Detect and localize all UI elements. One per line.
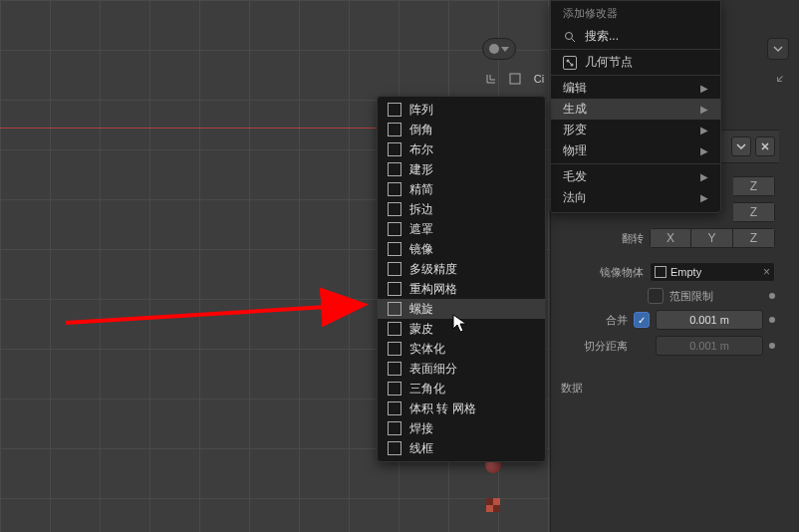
modifier-icon (388, 342, 401, 356)
range-limit-checkbox[interactable] (648, 288, 664, 304)
generate-item-12[interactable]: 实体化 (378, 339, 545, 359)
remove-modifier-button[interactable] (755, 136, 775, 156)
menu-separator (551, 49, 720, 50)
merge-label: 合并 (606, 313, 628, 328)
add-modifier-menu: 添加修改器 搜索... 几何节点 编辑 ▶ 生成 ▶ 形变 ▶ 物理 ▶ 毛 (550, 0, 721, 213)
menu-generate-label: 生成 (563, 101, 587, 118)
modifier-icon (388, 182, 401, 196)
cut-label: 切分距离 (584, 339, 628, 354)
modifier-icon (388, 142, 401, 156)
mirror-object-value: Empty (670, 266, 759, 278)
clear-object-button[interactable]: × (763, 265, 770, 279)
range-limit-row: 范围限制 (551, 285, 779, 307)
mirror-object-field[interactable]: Empty × (650, 262, 775, 282)
chevron-down-icon (501, 47, 509, 52)
search-icon (563, 30, 577, 44)
menu-edit[interactable]: 编辑 ▶ (551, 78, 720, 99)
axis-z-button-2[interactable]: Z (733, 202, 775, 222)
generate-item-17[interactable]: 线框 (378, 438, 545, 458)
modifier-icon (388, 262, 401, 276)
panel-dropdown-button[interactable] (767, 38, 789, 60)
property-dot-icon[interactable] (769, 343, 775, 349)
generate-item-16[interactable]: 焊接 (378, 418, 545, 438)
generate-item-4[interactable]: 精简 (378, 179, 545, 199)
range-limit-label: 范围限制 (669, 289, 763, 304)
generate-item-label: 镜像 (409, 241, 433, 258)
menu-separator (551, 75, 720, 76)
modifier-icon (388, 162, 401, 176)
menu-geometry-nodes[interactable]: 几何节点 (551, 52, 720, 73)
shading-mode-dropdown[interactable] (482, 38, 516, 60)
menu-hair[interactable]: 毛发 ▶ (551, 166, 720, 187)
generate-item-15[interactable]: 体积 转 网格 (378, 399, 545, 418)
generate-item-10[interactable]: 螺旋 (378, 299, 545, 319)
generate-item-8[interactable]: 多级精度 (378, 259, 545, 279)
modifier-icon (388, 202, 401, 216)
overlay-checker-icon[interactable] (482, 494, 504, 516)
modifier-icon (388, 242, 401, 256)
property-dot-icon[interactable] (769, 317, 775, 323)
chevron-right-icon: ▶ (700, 145, 708, 156)
chevron-right-icon: ▶ (700, 125, 708, 135)
generate-item-14[interactable]: 三角化 (378, 379, 545, 399)
generate-item-label: 三角化 (409, 381, 445, 398)
merge-checkbox[interactable] (634, 312, 650, 328)
empty-icon (655, 266, 666, 278)
svg-line-5 (568, 61, 572, 65)
generate-item-label: 蒙皮 (409, 321, 433, 338)
menu-normals-label: 法向 (563, 189, 587, 206)
generate-item-label: 螺旋 (409, 301, 433, 318)
generate-item-label: 线框 (409, 440, 433, 457)
generate-item-label: 表面细分 (409, 361, 457, 378)
data-section-header: 数据 (551, 377, 779, 399)
axis-x-line (0, 128, 379, 129)
generate-item-6[interactable]: 遮罩 (378, 219, 545, 239)
menu-generate[interactable]: 生成 ▶ (551, 99, 720, 120)
menu-deform[interactable]: 形变 ▶ (551, 120, 720, 140)
menu-search[interactable]: 搜索... (551, 26, 720, 47)
generate-item-2[interactable]: 布尔 (378, 139, 545, 159)
object-icon[interactable] (506, 70, 524, 88)
menu-search-label: 搜索... (585, 28, 619, 45)
modifier-icon (388, 123, 401, 136)
chevron-right-icon: ▶ (700, 171, 708, 182)
flip-axis-buttons: X Y Z (650, 228, 775, 248)
flip-y-button[interactable]: Y (691, 228, 733, 248)
menu-deform-label: 形变 (563, 122, 587, 138)
generate-item-7[interactable]: 镜像 (378, 239, 545, 259)
generate-item-label: 焊接 (409, 420, 433, 437)
generate-item-1[interactable]: 倒角 (378, 120, 545, 139)
generate-item-3[interactable]: 建形 (378, 159, 545, 179)
generate-item-9[interactable]: 重构网格 (378, 279, 545, 299)
modifier-icon (388, 322, 401, 336)
generate-item-label: 重构网格 (409, 281, 457, 298)
chevron-right-icon: ▶ (700, 192, 708, 203)
tool-icon[interactable] (482, 70, 500, 88)
flip-x-button[interactable]: X (650, 228, 691, 248)
modifier-icon (388, 222, 401, 236)
generate-item-0[interactable]: 阵列 (378, 100, 545, 120)
collapse-down-button[interactable] (731, 136, 751, 156)
axis-z-button[interactable]: Z (733, 176, 775, 196)
generate-item-label: 拆边 (409, 201, 433, 218)
generate-item-label: 阵列 (409, 102, 433, 119)
chevron-right-icon: ▶ (700, 104, 708, 115)
generate-submenu: 阵列倒角布尔建形精简拆边遮罩镜像多级精度重构网格螺旋蒙皮实体化表面细分三角化体积… (377, 96, 546, 462)
pin-icon[interactable] (771, 72, 787, 88)
add-modifier-header: 添加修改器 (551, 1, 720, 26)
svg-point-1 (566, 32, 573, 39)
cut-row: 切分距离 0.001 m (551, 333, 779, 359)
cut-distance-field[interactable]: 0.001 m (656, 336, 763, 356)
menu-edit-label: 编辑 (563, 80, 587, 97)
property-dot-icon[interactable] (769, 293, 775, 299)
menu-normals[interactable]: 法向 ▶ (551, 187, 720, 208)
generate-item-11[interactable]: 蒙皮 (378, 319, 545, 339)
generate-item-5[interactable]: 拆边 (378, 199, 545, 219)
flip-z-button[interactable]: Z (733, 228, 775, 248)
svg-rect-0 (510, 74, 520, 84)
merge-distance-field[interactable]: 0.001 m (656, 310, 763, 330)
generate-item-label: 精简 (409, 181, 433, 198)
generate-item-13[interactable]: 表面细分 (378, 359, 545, 379)
sphere-icon (489, 44, 499, 54)
menu-physics[interactable]: 物理 ▶ (551, 140, 720, 161)
